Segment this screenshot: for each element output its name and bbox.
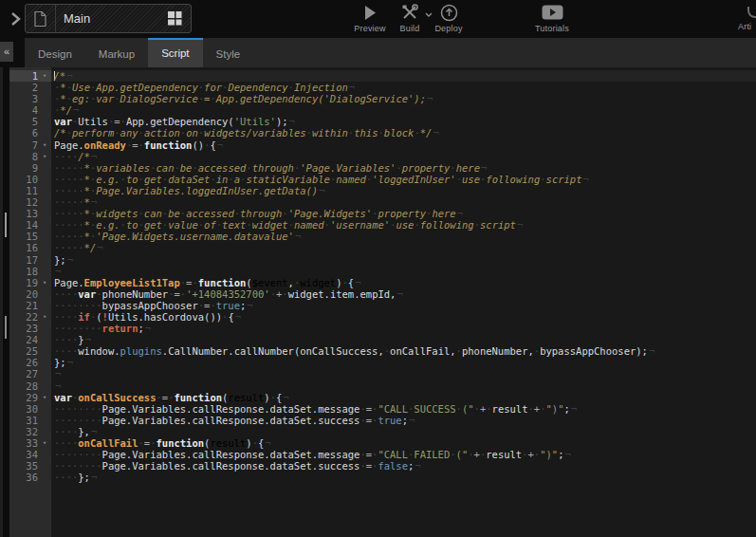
expand-panel-button[interactable]: [7, 10, 24, 28]
gutter-line-14[interactable]: 14: [9, 219, 51, 231]
code-line[interactable]: ·····*·e.g.·to·get·value·of·text·widget·…: [51, 219, 756, 231]
code-line[interactable]: ·*/¬: [51, 104, 756, 116]
gutter-line-9[interactable]: 9: [9, 162, 51, 174]
fold-arrow-icon[interactable]: ▾: [38, 311, 51, 323]
gutter-line-33[interactable]: 33▾: [9, 437, 51, 449]
preview-button[interactable]: Preview: [349, 3, 391, 33]
code-line[interactable]: Page.onReady·=·function()·{¬: [51, 139, 756, 151]
code-line[interactable]: ¬: [51, 368, 756, 380]
code-line[interactable]: ········Page.Variables.callResponse.data…: [51, 460, 756, 472]
code-line[interactable]: ····},¬: [51, 426, 756, 437]
code-line[interactable]: ····var·phoneNumber·=·'+14084352700'·+·w…: [51, 288, 756, 300]
code-line[interactable]: var·Utils·=·App.getDependency('Utils');¬: [51, 116, 756, 127]
left-rail[interactable]: [0, 67, 9, 537]
gutter-line-26[interactable]: 26: [9, 357, 51, 368]
gutter-line-5[interactable]: 5: [9, 116, 51, 127]
rail-scroll-mark[interactable]: [5, 213, 7, 237]
code-line[interactable]: ¬: [51, 380, 756, 392]
collapse-left-panel-button[interactable]: «: [0, 42, 13, 62]
gutter-line-29[interactable]: 29▾: [9, 392, 51, 403]
page-selector[interactable]: Main: [25, 4, 192, 33]
gutter-line-19[interactable]: 19▾: [9, 277, 51, 288]
code-line[interactable]: ····onCallFail·=·function(result)·{¬: [51, 437, 756, 449]
code-line[interactable]: ·····*·Page.Variables.loggedInUser.getDa…: [51, 185, 756, 196]
code-line[interactable]: Page.EmployeeList1Tap·=·function($event,…: [51, 277, 756, 288]
tab-script[interactable]: Script: [148, 38, 202, 67]
code-line[interactable]: ·*·Use·App.getDependency·for·Dependency·…: [51, 82, 756, 93]
gutter-line-25[interactable]: 25: [9, 345, 51, 357]
gutter-line-24[interactable]: 24: [9, 334, 51, 345]
code-line[interactable]: ·····*·widgets·can·be·accessed·through·'…: [51, 208, 756, 219]
gutter-line-16[interactable]: 16: [9, 242, 51, 253]
code-line[interactable]: ········return;¬: [51, 323, 756, 334]
gutter-line-31[interactable]: 31: [9, 415, 51, 426]
gutter-line-7[interactable]: 7▾: [9, 139, 51, 151]
code-line[interactable]: ····window.plugins.CallNumber.callNumber…: [51, 345, 756, 357]
grid-icon[interactable]: [167, 10, 183, 27]
code-line[interactable]: ····};¬: [51, 472, 756, 483]
gutter-line-20[interactable]: 20: [9, 288, 51, 300]
code-line[interactable]: /*·perform·any·action·on·widgets/variabl…: [51, 127, 756, 139]
gutter-line-17[interactable]: 17: [9, 254, 51, 266]
gutter-line-10[interactable]: 10: [9, 174, 51, 185]
code-line[interactable]: ····/*¬: [51, 151, 756, 162]
code-line[interactable]: ········Page.Variables.callResponse.data…: [51, 449, 756, 460]
code-line[interactable]: ·····*¬: [51, 196, 756, 208]
code-line[interactable]: ········Page.Variables.callResponse.data…: [51, 415, 756, 426]
gutter-line-13[interactable]: 13: [9, 208, 51, 219]
gutter-line-3[interactable]: 3: [9, 93, 51, 104]
gutter-line-32[interactable]: 32: [9, 426, 51, 437]
gutter-line-36[interactable]: 36: [9, 472, 51, 483]
gutter-line-22[interactable]: 22▾: [9, 311, 51, 323]
gutter-line-1[interactable]: 1▾: [9, 70, 51, 82]
whitespace-dot: ·: [138, 208, 144, 219]
fold-arrow-icon[interactable]: ▾: [38, 70, 51, 82]
code-line[interactable]: ¬: [51, 266, 756, 277]
fold-arrow-icon[interactable]: ▾: [38, 277, 51, 288]
code-line[interactable]: ·····*·e.g.·to·get·dataSet·in·a·staticVa…: [51, 174, 756, 185]
fold-arrow-icon[interactable]: ▾: [38, 392, 51, 403]
gutter-line-18[interactable]: 18: [9, 266, 51, 277]
code-token: ·*/: [54, 104, 72, 116]
build-button[interactable]: Build: [389, 3, 431, 33]
gutter-line-4[interactable]: 4: [9, 104, 51, 116]
deploy-button[interactable]: Deploy: [428, 3, 470, 33]
code-area[interactable]: /*¬·*·Use·App.getDependency·for·Dependen…: [51, 67, 756, 537]
gutter-line-12[interactable]: 12: [9, 196, 51, 208]
code-line[interactable]: /*¬: [51, 70, 756, 82]
code-line[interactable]: ····if·(!Utils.hasCordova())·{¬: [51, 311, 756, 323]
code-line[interactable]: var·onCallSuccess·=·function(result)·{¬: [51, 392, 756, 403]
tab-markup[interactable]: Markup: [85, 38, 148, 67]
code-line[interactable]: ········Page.Variables.callResponse.data…: [51, 403, 756, 415]
code-line[interactable]: ····}¬: [51, 334, 756, 345]
code-line[interactable]: ·*·eg:·var·DialogService·=·App.getDepend…: [51, 93, 756, 104]
code-line[interactable]: };¬: [51, 357, 756, 368]
whitespace-dot: ·: [180, 127, 186, 139]
tutorials-button[interactable]: Tutorials: [529, 3, 575, 33]
gutter-line-21[interactable]: 21: [9, 300, 51, 311]
gutter-line-34[interactable]: 34: [9, 449, 51, 460]
fold-arrow-icon[interactable]: ▾: [38, 151, 51, 162]
gutter-line-6[interactable]: 6: [9, 127, 51, 139]
code-line[interactable]: ·····*/¬: [51, 242, 756, 253]
code-line[interactable]: ·····*·variables·can·be·accessed·through…: [51, 162, 756, 174]
script-editor[interactable]: 1▾234567▾8▾910111213141516171819▾202122▾…: [9, 67, 756, 537]
tab-style[interactable]: Style: [203, 38, 254, 67]
code-line[interactable]: };¬: [51, 254, 756, 266]
fold-arrow-icon[interactable]: ▾: [38, 437, 51, 449]
gutter-line-8[interactable]: 8▾: [9, 151, 51, 162]
gutter-line-15[interactable]: 15: [9, 231, 51, 242]
rail-scroll-mark[interactable]: [5, 316, 7, 339]
gutter-line-35[interactable]: 35: [9, 460, 51, 472]
gutter-line-11[interactable]: 11: [9, 185, 51, 196]
fold-arrow-icon[interactable]: ▾: [38, 139, 51, 151]
gutter-line-28[interactable]: 28: [9, 380, 51, 392]
gutter-line-23[interactable]: 23: [9, 323, 51, 334]
gutter-line-30[interactable]: 30: [9, 403, 51, 415]
tab-design[interactable]: Design: [25, 38, 85, 67]
artifacts-button[interactable]: Arti: [730, 3, 756, 31]
code-line[interactable]: ········bypassAppChooser·=·true;¬: [51, 300, 756, 311]
code-line[interactable]: ·····*·'Page.Widgets.username.datavalue'…: [51, 231, 756, 242]
gutter-line-2[interactable]: 2: [9, 82, 51, 93]
gutter-line-27[interactable]: 27: [9, 368, 51, 380]
